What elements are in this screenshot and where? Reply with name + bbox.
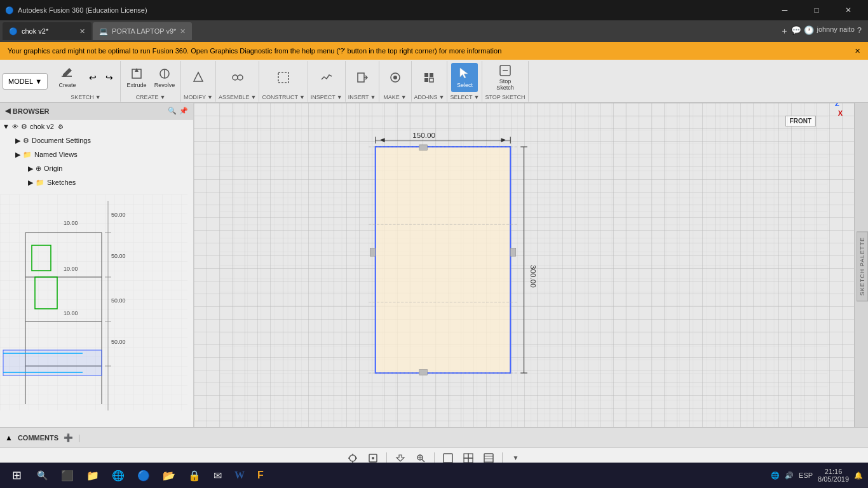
mail-icon: ✉	[214, 470, 222, 482]
help-icon[interactable]: ?	[857, 25, 862, 37]
model-selector[interactable]: MODEL ▼	[3, 73, 48, 90]
clock-icon[interactable]: 🕐	[804, 25, 814, 37]
taskbar-app-edge[interactable]: 🌐	[107, 464, 130, 487]
undo-icon: ↩	[85, 71, 100, 85]
browser-pin-icon[interactable]: 📌	[179, 107, 188, 115]
sketch-create-btn[interactable]: Create	[54, 63, 81, 92]
select-dropdown-icon[interactable]: ▼	[473, 94, 479, 100]
svg-rect-10	[358, 73, 364, 82]
tab-chok-v2[interactable]: 🔵 chok v2* ✕	[3, 22, 92, 40]
construct-btn1[interactable]	[270, 63, 297, 92]
taskbar-volume-icon[interactable]: 🔊	[785, 471, 794, 480]
assemble-btn1[interactable]	[224, 63, 251, 92]
create-icon1	[129, 66, 144, 81]
bottom-collapse-icon[interactable]: ▲	[5, 433, 13, 442]
browser-item-sketches[interactable]: ▶ 📁 Sketches	[0, 175, 193, 189]
svg-rect-76	[468, 454, 473, 458]
toolbar-group-make: MAKE ▼	[379, 61, 412, 102]
taskbar-app-files[interactable]: 📂	[158, 464, 180, 487]
tab-close-icon2[interactable]: ✕	[180, 27, 186, 36]
browser-collapse-icon[interactable]: ◀	[5, 107, 10, 115]
create-btn2[interactable]: Revolve	[151, 63, 178, 92]
addins-dropdown-icon[interactable]: ▼	[439, 94, 445, 100]
taskbar-language[interactable]: ESP	[799, 471, 813, 479]
assemble-dropdown-icon[interactable]: ▼	[250, 94, 256, 100]
browser-search-icon[interactable]: 🔍	[168, 107, 177, 115]
taskbar-network-icon[interactable]: 🌐	[771, 471, 780, 480]
taskbar-multitask[interactable]: ⬛	[56, 464, 79, 487]
make-btn1[interactable]	[382, 63, 409, 92]
toolbar-sep2	[434, 452, 435, 464]
redo-btn[interactable]: ↪	[101, 69, 118, 86]
taskbar-notification-icon[interactable]: 🔔	[854, 471, 863, 480]
sketch-preview-svg: 50.00 50.00 50.00 50.00 10.00 10.00 10.0…	[0, 194, 187, 410]
expand-icon-namedviews: ▶	[15, 151, 20, 159]
stopsketch-btn1[interactable]: Stop Sketch	[492, 63, 519, 92]
taskbar-app-explorer[interactable]: 📁	[81, 464, 104, 487]
taskbar-app-fusion[interactable]: F	[252, 464, 269, 487]
model-arrow-icon: ▼	[35, 78, 42, 85]
model-label: MODEL	[8, 78, 33, 85]
taskbar-time-block[interactable]: 21:16 8/05/2019	[818, 468, 849, 483]
toolbar-group-create: Extrude Revolve CREATE ▼	[121, 61, 181, 102]
tab-close-icon[interactable]: ✕	[79, 27, 85, 36]
inspect-btn1[interactable]	[313, 63, 340, 92]
modify-dropdown-icon[interactable]: ▼	[207, 94, 213, 100]
taskbar-app-mail[interactable]: ✉	[208, 464, 227, 487]
visibility-icon-root[interactable]: 👁	[12, 123, 18, 130]
new-tab-icon[interactable]: ＋	[780, 25, 789, 37]
svg-text:50.00: 50.00	[111, 253, 126, 259]
canvas-area[interactable]: FRONT Z X 150.00	[194, 103, 854, 427]
assemble-group-label: ASSEMBLE ▼	[219, 94, 256, 102]
svg-rect-77	[464, 458, 468, 463]
svg-rect-74	[444, 454, 452, 463]
add-comment-icon[interactable]: ➕	[64, 433, 73, 442]
taskbar: ⊞ 🔍 ⬛ 📁 🌐 🔵 📂 🔒 ✉ W F 🌐 🔊 ESP 21:16 8/05…	[0, 463, 868, 488]
multitask-icon: ⬛	[61, 470, 74, 482]
inspect-dropdown-icon[interactable]: ▼	[337, 94, 342, 100]
make-group-label: MAKE ▼	[383, 94, 406, 102]
browser-item-origin[interactable]: ▶ ⊕ Origin	[0, 161, 193, 175]
tab-porta-laptop[interactable]: 💻 PORTA LAPTOP v9* ✕	[93, 22, 192, 40]
start-button[interactable]: ⊞	[5, 464, 28, 487]
browser-header: ◀ BROWSER 🔍 📌	[0, 103, 193, 119]
warning-close-icon[interactable]: ✕	[855, 47, 860, 55]
sketch-dropdown-icon[interactable]: ▼	[95, 94, 101, 100]
create-icon2	[157, 66, 172, 81]
sketch-palette[interactable]: SKETCH PALETTE	[854, 103, 868, 427]
title-bar: 🔵 Autodesk Fusion 360 (Education License…	[0, 0, 868, 20]
expand-icon-docsettings: ▶	[15, 137, 20, 145]
svg-rect-17	[430, 78, 433, 82]
undo-btn[interactable]: ↩	[85, 69, 101, 86]
insert-btn1[interactable]	[349, 63, 376, 92]
create-btn1[interactable]: Extrude	[123, 63, 150, 92]
select-btn1[interactable]: Select	[451, 63, 478, 92]
close-button[interactable]: ✕	[834, 0, 863, 20]
root-label: chok v2	[30, 123, 54, 130]
modify-btn1[interactable]	[185, 63, 212, 92]
taskbar-app-chrome[interactable]: 🔵	[132, 464, 155, 487]
svg-rect-78	[468, 458, 473, 463]
addins-btn1[interactable]	[416, 63, 442, 92]
search-button[interactable]: 🔍	[31, 464, 53, 487]
create-dropdown-icon[interactable]: ▼	[159, 94, 165, 100]
maximize-button[interactable]: □	[802, 0, 831, 20]
toolbar-group-sketch: Create ↩ ↪ SKETCH ▼	[51, 61, 121, 102]
minimize-button[interactable]: ─	[770, 0, 799, 20]
chat-icon[interactable]: 💬	[791, 25, 801, 37]
tab-label: chok v2*	[22, 27, 48, 35]
user-label[interactable]: johnny naito	[817, 25, 854, 37]
addins-icon1	[421, 70, 437, 85]
make-dropdown-icon[interactable]: ▼	[401, 94, 407, 100]
taskbar-time: 21:16	[818, 468, 849, 475]
root-settings-icon[interactable]: ⚙	[58, 123, 64, 130]
browser-item-doc-settings[interactable]: ▶ ⚙ Document Settings	[0, 133, 193, 147]
insert-dropdown-icon[interactable]: ▼	[370, 94, 376, 100]
tab-bar: 🔵 chok v2* ✕ 💻 PORTA LAPTOP v9* ✕ ＋ 💬 🕐 …	[0, 20, 868, 42]
sketch-palette-tab[interactable]: SKETCH PALETTE	[857, 231, 868, 301]
construct-dropdown-icon[interactable]: ▼	[299, 94, 305, 100]
taskbar-app-word[interactable]: W	[229, 464, 250, 487]
taskbar-app-security[interactable]: 🔒	[183, 464, 206, 487]
browser-item-named-views[interactable]: ▶ 📁 Named Views	[0, 147, 193, 161]
browser-item-root[interactable]: ▼ 👁 ⚙ chok v2 ⚙	[0, 119, 193, 133]
